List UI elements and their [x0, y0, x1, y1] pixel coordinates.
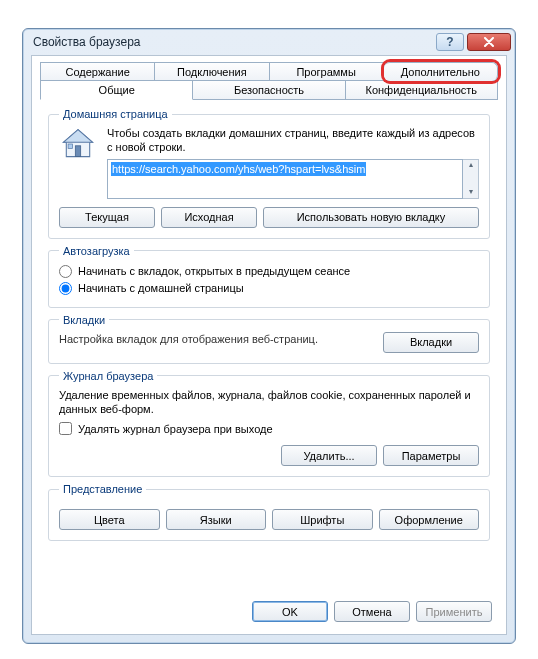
dialog-window: Свойства браузера ? Содержание Подключен…	[22, 28, 516, 644]
group-homepage: Домашняя страница Чтобы создать вкладки …	[48, 108, 490, 239]
dialog-footer: OK Отмена Применить	[32, 591, 506, 634]
group-startup: Автозагрузка Начинать с вкладок, открыты…	[48, 245, 490, 308]
group-tabs-legend: Вкладки	[59, 314, 109, 326]
tab-content[interactable]: Содержание	[40, 62, 155, 81]
use-current-button[interactable]: Текущая	[59, 207, 155, 228]
radio-last-session-label: Начинать с вкладок, открытых в предыдуще…	[78, 265, 350, 277]
tab-security[interactable]: Безопасность	[193, 80, 345, 100]
cancel-button[interactable]: Отмена	[334, 601, 410, 622]
tab-privacy[interactable]: Конфиденциальность	[346, 80, 498, 100]
help-button[interactable]: ?	[436, 33, 464, 51]
homepage-url-input[interactable]: https://search.yahoo.com/yhs/web?hspart=…	[107, 159, 463, 199]
tab-advanced[interactable]: Дополнительно	[384, 62, 498, 81]
radio-homepage[interactable]	[59, 282, 72, 295]
group-startup-legend: Автозагрузка	[59, 245, 134, 257]
homepage-url-value: https://search.yahoo.com/yhs/web?hspart=…	[111, 162, 366, 176]
tabs-desc: Настройка вкладок для отображения веб-ст…	[59, 332, 369, 346]
group-tabs: Вкладки Настройка вкладок для отображени…	[48, 314, 490, 364]
tab-row-back: Содержание Подключения Программы Дополни…	[40, 62, 498, 81]
group-appearance: Представление Цвета Языки Шрифты Оформле…	[48, 483, 490, 541]
tabs-settings-button[interactable]: Вкладки	[383, 332, 479, 353]
close-button[interactable]	[467, 33, 511, 51]
group-history: Журнал браузера Удаление временных файло…	[48, 370, 490, 478]
languages-button[interactable]: Языки	[166, 509, 267, 530]
startup-option-tabs[interactable]: Начинать с вкладок, открытых в предыдуще…	[59, 263, 479, 280]
window-title: Свойства браузера	[33, 35, 436, 49]
homepage-desc: Чтобы создать вкладки домашних страниц, …	[107, 126, 479, 199]
svg-marker-1	[64, 130, 93, 143]
checkbox-delete-on-exit-label: Удалять журнал браузера при выходе	[78, 423, 273, 435]
titlebar-buttons: ?	[436, 33, 511, 51]
radio-homepage-label: Начинать с домашней страницы	[78, 282, 244, 294]
svg-rect-3	[68, 144, 73, 149]
homepage-instruction: Чтобы создать вкладки домашних страниц, …	[107, 126, 479, 155]
tab-connections[interactable]: Подключения	[155, 62, 269, 81]
history-settings-button[interactable]: Параметры	[383, 445, 479, 466]
house-icon	[59, 126, 97, 162]
use-newtab-button[interactable]: Использовать новую вкладку	[263, 207, 479, 228]
close-icon	[483, 37, 495, 47]
fonts-button[interactable]: Шрифты	[272, 509, 373, 530]
group-history-legend: Журнал браузера	[59, 370, 157, 382]
tab-general[interactable]: Общие	[40, 80, 193, 100]
radio-last-session[interactable]	[59, 265, 72, 278]
colors-button[interactable]: Цвета	[59, 509, 160, 530]
delete-history-button[interactable]: Удалить...	[281, 445, 377, 466]
tab-programs[interactable]: Программы	[270, 62, 384, 81]
titlebar: Свойства браузера ?	[23, 29, 515, 55]
group-appearance-legend: Представление	[59, 483, 146, 495]
scroll-down-icon: ▾	[469, 187, 473, 197]
history-delete-on-exit[interactable]: Удалять журнал браузера при выходе	[59, 420, 479, 437]
accessibility-button[interactable]: Оформление	[379, 509, 480, 530]
tab-row-front: Общие Безопасность Конфиденциальность	[40, 80, 498, 100]
tab-strip: Содержание Подключения Программы Дополни…	[32, 56, 506, 100]
use-default-button[interactable]: Исходная	[161, 207, 257, 228]
apply-button[interactable]: Применить	[416, 601, 492, 622]
ok-button[interactable]: OK	[252, 601, 328, 622]
scrollbar[interactable]: ▴ ▾	[463, 159, 479, 199]
history-desc: Удаление временных файлов, журнала, файл…	[59, 388, 479, 417]
dialog-body: Содержание Подключения Программы Дополни…	[31, 55, 507, 635]
tab-panel-general: Домашняя страница Чтобы создать вкладки …	[40, 99, 498, 590]
scroll-up-icon: ▴	[469, 160, 473, 170]
startup-option-home[interactable]: Начинать с домашней страницы	[59, 280, 479, 297]
svg-rect-2	[75, 146, 80, 157]
checkbox-delete-on-exit[interactable]	[59, 422, 72, 435]
group-homepage-legend: Домашняя страница	[59, 108, 172, 120]
